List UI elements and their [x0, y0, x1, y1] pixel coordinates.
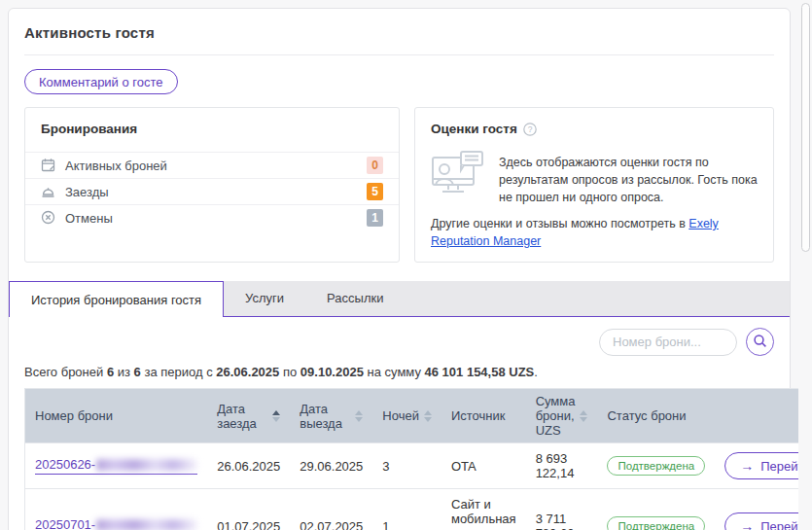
booking-stat-row[interactable]: Активных броней 0	[25, 152, 399, 178]
checkin-date-cell: 26.06.2025	[207, 443, 290, 489]
page-title: Активность гостя	[24, 24, 774, 41]
booking-number-search-input[interactable]	[599, 329, 737, 356]
stat-count-badge: 1	[367, 209, 383, 227]
redacted-booking-number	[96, 459, 197, 471]
booking-number-link[interactable]: 20250626-	[35, 457, 197, 475]
table-header-row: Номер брони Дата заезда Дата выезда Ноче…	[25, 389, 812, 443]
tab-booking-history[interactable]: История бронирования гостя	[9, 281, 224, 317]
sort-icon[interactable]	[580, 410, 587, 422]
reservation-calendar-icon	[41, 158, 56, 173]
nights-cell: 1	[372, 489, 441, 530]
column-header-label: Дата выезда	[300, 402, 350, 431]
status-cell: Подтверждена	[597, 443, 715, 489]
checkin-date-cell: 01.07.2025	[207, 489, 290, 530]
amount-cell: 3 711 780,60	[526, 489, 598, 530]
cancel-circle-icon	[41, 210, 56, 226]
column-header-label: Сумма брони, UZS	[536, 394, 576, 438]
column-header-label: Дата заезда	[217, 402, 267, 431]
checkout-date-cell: 02.07.2025	[290, 489, 372, 530]
guest-ratings-card: Оценки гостя ?	[414, 107, 774, 263]
arrow-right-icon: →	[740, 459, 754, 473]
stat-count-badge: 0	[367, 157, 383, 174]
column-header-label: Источник	[451, 408, 506, 423]
bookings-table: Номер брони Дата заезда Дата выезда Ноче…	[24, 388, 812, 530]
divider	[24, 54, 774, 55]
status-cell: Подтверждена	[597, 489, 715, 530]
redacted-booking-number	[96, 519, 197, 530]
bookings-card: Бронирования Активных броней 0 Заезды 5 …	[24, 107, 400, 263]
bookings-card-title: Бронирования	[25, 122, 399, 136]
sort-icon[interactable]	[424, 410, 432, 422]
source-cell: Сайт и мобильная версия сайта	[441, 489, 526, 530]
svg-text:?: ?	[527, 124, 532, 134]
guest-comment-button[interactable]: Комментарий о госте	[24, 69, 178, 94]
sort-icon[interactable]	[355, 410, 363, 422]
booking-table-row: 20250626- 26.06.2025 29.06.2025 3 OTA 8 …	[25, 443, 812, 489]
summary-cards-row: Бронирования Активных броней 0 Заезды 5 …	[24, 107, 774, 263]
tab-label: История бронирования гостя	[31, 293, 201, 307]
booking-stat-row[interactable]: Отмены 1	[25, 204, 399, 230]
column-header-label: Ночей	[382, 408, 419, 423]
question-circle-icon[interactable]: ?	[523, 123, 537, 136]
arrow-right-icon: →	[740, 519, 754, 530]
ratings-card-header: Оценки гостя ?	[431, 122, 758, 136]
ratings-card-body: Здесь отображаются оценки гостя по резул…	[431, 150, 758, 206]
search-row	[24, 328, 774, 356]
tab-services[interactable]: Услуги	[224, 281, 305, 316]
guest-activity-panel: Активность гостя Комментарий о госте Бро…	[8, 8, 791, 530]
booking-stat-row[interactable]: Заезды 5	[25, 178, 399, 204]
scrollbar-thumb[interactable]	[801, 3, 810, 252]
status-badge: Подтверждена	[607, 516, 705, 530]
booking-table-row: 20250701- 01.07.2025 02.07.2025 1 Сайт и…	[25, 489, 812, 530]
column-header-label: Статус брони	[607, 408, 686, 423]
bookings-stats-list: Активных броней 0 Заезды 5 Отмены 1	[25, 152, 399, 230]
sort-icon[interactable]	[272, 410, 280, 422]
service-bell-icon	[41, 184, 56, 199]
tabs: История бронирования гостяУслугиРассылки	[9, 281, 790, 317]
checkout-date-cell: 29.06.2025	[290, 443, 372, 489]
survey-monitor-icon	[431, 150, 485, 199]
ratings-more-prefix: Другие оценки и отзывы можно посмотреть …	[431, 217, 688, 230]
ratings-more-text: Другие оценки и отзывы можно посмотреть …	[431, 216, 758, 250]
booking-number-link[interactable]: 20250701-	[35, 517, 197, 530]
source-cell: OTA	[441, 443, 526, 489]
tab-label: Рассылки	[327, 291, 383, 305]
ratings-card-title: Оценки гостя	[431, 122, 517, 136]
bookings-summary-text: Всего броней 6 из 6 за период с 26.06.20…	[24, 365, 774, 379]
tab-label: Услуги	[245, 291, 284, 305]
tab-mailings[interactable]: Рассылки	[305, 281, 405, 316]
page-scrollbar[interactable]	[798, 0, 812, 530]
status-badge: Подтверждена	[607, 456, 705, 476]
search-button[interactable]	[746, 328, 774, 356]
column-header-label: Номер брони	[35, 408, 113, 423]
stat-count-badge: 5	[367, 183, 383, 200]
amount-cell: 8 693 122,14	[526, 443, 598, 489]
table-body: 20250626- 26.06.2025 29.06.2025 3 OTA 8 …	[25, 443, 812, 530]
search-icon	[753, 334, 767, 351]
nights-cell: 3	[372, 443, 441, 489]
ratings-description: Здесь отображаются оценки гостя по резул…	[499, 150, 758, 206]
